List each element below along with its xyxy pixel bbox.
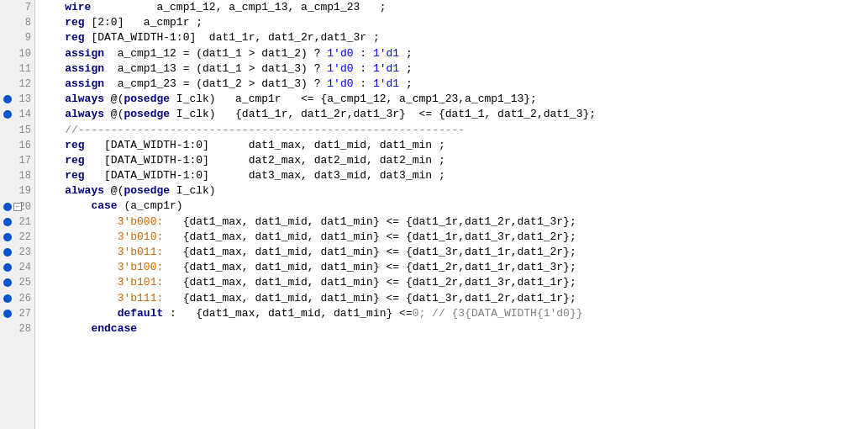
code-line: reg [DATA_WIDTH-1:0] dat3_max, dat3_mid,… [39, 168, 868, 183]
line-number: 14 [19, 109, 31, 120]
token: : {dat1_max, dat1_mid, dat1_min} <= [163, 306, 412, 321]
gutter-row: 14 [0, 107, 34, 122]
token: 1'd1 [373, 77, 399, 92]
token: dat1_2 > dat1_3 [203, 77, 301, 92]
token: a_cmp1_13 = [104, 61, 196, 77]
line-number: 18 [19, 170, 31, 182]
line-number: 16 [19, 140, 31, 151]
token [39, 275, 118, 290]
token [39, 138, 65, 153]
breakpoint-dot[interactable] [3, 248, 12, 257]
token: ) [301, 46, 308, 61]
token: I_clk) a_cmp1r <= {a_cmp1_12, a_cmp1_23,… [170, 92, 537, 107]
token: assign [65, 77, 104, 92]
line-number: 10 [19, 48, 31, 60]
token: default [118, 306, 164, 321]
breakpoint-dot[interactable] [3, 218, 12, 226]
breakpoint-dot[interactable] [3, 294, 12, 303]
token [39, 214, 118, 230]
breakpoint-dot[interactable] [3, 310, 12, 318]
token: @( [104, 183, 124, 199]
gutter-row: 13 [0, 92, 34, 107]
token: reg [65, 138, 84, 153]
line-number: 9 [25, 32, 31, 44]
code-line: reg [DATA_WIDTH-1:0] dat1_max, dat1_mid,… [39, 138, 868, 153]
line-number: 13 [19, 93, 31, 105]
breakpoint-dot[interactable] [3, 263, 12, 272]
breakpoint-dot[interactable] [3, 203, 12, 211]
token: : [354, 46, 373, 61]
gutter-row: 11 [0, 61, 34, 77]
token [39, 245, 118, 260]
token: {dat1_max, dat1_mid, dat1_min} <= {dat1_… [163, 275, 576, 290]
gutter-row: 16 [0, 138, 34, 153]
breakpoint-dot[interactable] [3, 95, 12, 103]
token [39, 168, 65, 183]
token [39, 306, 118, 321]
code-content[interactable]: wire a_cmp1_12, a_cmp1_13, a_cmp1_23 ; r… [35, 0, 868, 429]
token: 3'b010: [118, 230, 164, 245]
token: [DATA_WIDTH-1:0] dat1_1r, dat1_2r,dat1_3… [85, 30, 380, 45]
token: ) [301, 61, 308, 77]
code-line: case (a_cmp1r) [39, 199, 868, 214]
token: I_clk) {dat1_1r, dat1_2r,dat1_3r} <= {da… [170, 107, 596, 122]
code-line: assign a_cmp1_23 = (dat1_2 > dat1_3) ? 1… [39, 77, 868, 92]
token: 3'b100: [118, 260, 164, 275]
token: : [354, 77, 373, 92]
token [39, 46, 65, 61]
gutter-row: 15 [0, 123, 34, 138]
line-number: 12 [19, 78, 31, 90]
token: reg [65, 168, 84, 183]
token: posedge [124, 107, 170, 122]
token [39, 30, 65, 45]
token: 3'b011: [118, 245, 164, 260]
code-line: 3'b100: {dat1_max, dat1_mid, dat1_min} <… [39, 260, 868, 275]
code-line: reg [DATA_WIDTH-1:0] dat2_max, dat2_mid,… [39, 153, 868, 168]
token: {dat1_max, dat1_mid, dat1_min} <= {dat1_… [163, 230, 576, 245]
token [39, 260, 118, 275]
line-number: 17 [19, 155, 31, 167]
line-number: 22 [19, 231, 31, 243]
line-number: 27 [19, 308, 31, 320]
token: wire [65, 0, 91, 15]
gutter-row: 27 [0, 306, 34, 321]
token: ? [308, 46, 327, 61]
line-number: 7 [25, 2, 31, 13]
token: (a_cmp1r) [118, 199, 183, 214]
token: 1'd0 [327, 61, 353, 77]
line-number: 28 [19, 323, 31, 335]
token: ) [301, 77, 308, 92]
code-line: 3'b000: {dat1_max, dat1_mid, dat1_min} <… [39, 214, 868, 230]
code-line: 3'b101: {dat1_max, dat1_mid, dat1_min} <… [39, 275, 868, 290]
token: {dat1_max, dat1_mid, dat1_min} <= {dat1_… [163, 214, 576, 230]
collapse-icon[interactable]: − [13, 203, 22, 211]
gutter-row: 9 [0, 30, 34, 45]
token [39, 291, 118, 306]
token: always [65, 107, 104, 122]
gutter-row: 7 [0, 0, 34, 15]
code-editor: 78910111213141516171819−2021222324252627… [0, 0, 868, 429]
token [39, 153, 65, 168]
token: ? [308, 77, 327, 92]
gutter-row: −20 [0, 199, 34, 214]
code-line: wire a_cmp1_12, a_cmp1_13, a_cmp1_23 ; [39, 0, 868, 15]
token: ; [399, 46, 413, 61]
gutter-row: 19 [0, 183, 34, 199]
breakpoint-dot[interactable] [3, 278, 12, 287]
token: @( [104, 107, 124, 122]
token: {dat1_max, dat1_mid, dat1_min} <= {dat1_… [163, 291, 576, 306]
code-line: always @(posedge I_clk) {dat1_1r, dat1_2… [39, 107, 868, 122]
token: assign [65, 61, 104, 77]
token: posedge [124, 183, 170, 199]
gutter-row: 12 [0, 77, 34, 92]
token: 3'b101: [118, 275, 164, 290]
line-number: 11 [19, 63, 31, 75]
breakpoint-dot[interactable] [3, 233, 12, 241]
token: endcase [91, 321, 137, 336]
breakpoint-dot[interactable] [3, 110, 12, 119]
line-gutter: 78910111213141516171819−2021222324252627… [0, 0, 35, 429]
code-line: 3'b011: {dat1_max, dat1_mid, dat1_min} <… [39, 245, 868, 260]
token [39, 77, 65, 92]
gutter-row: 18 [0, 168, 34, 183]
code-line: reg [DATA_WIDTH-1:0] dat1_1r, dat1_2r,da… [39, 30, 868, 45]
